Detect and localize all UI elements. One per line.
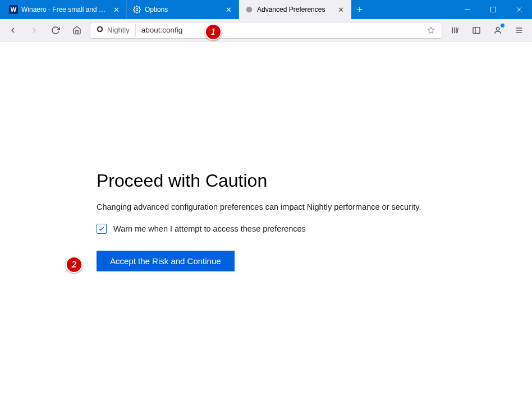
app-menu-button[interactable] (511, 22, 528, 39)
sidebar-button[interactable] (468, 22, 485, 39)
tab-title: Advanced Preferences (257, 6, 333, 13)
title-bar: W Winaero - Free small and usef... ✕ Opt… (0, 0, 532, 19)
url-bar[interactable]: Nightly (90, 22, 442, 39)
forward-button[interactable] (26, 22, 43, 39)
close-window-button[interactable] (506, 0, 532, 19)
tab-advanced-preferences[interactable]: Advanced Preferences ✕ (239, 0, 351, 19)
show-warning-checkbox-row: Warn me when I attempt to access these p… (97, 224, 444, 234)
window-controls (455, 0, 532, 19)
svg-point-15 (496, 27, 499, 30)
tab-winaero[interactable]: W Winaero - Free small and usef... ✕ (3, 0, 127, 19)
new-tab-button[interactable]: + (351, 0, 368, 19)
close-tab-icon[interactable]: ✕ (112, 5, 121, 14)
site-identity[interactable]: Nightly (94, 24, 136, 36)
svg-point-0 (136, 8, 138, 11)
tab-strip: W Winaero - Free small and usef... ✕ Opt… (0, 0, 455, 19)
svg-marker-8 (428, 27, 434, 33)
minimize-button[interactable] (455, 0, 480, 19)
annotation-badge-2: 2 (66, 256, 82, 273)
back-button[interactable] (4, 22, 21, 39)
identity-label: Nightly (107, 26, 130, 34)
bookmark-star-icon[interactable] (424, 26, 438, 34)
close-tab-icon[interactable]: ✕ (336, 5, 345, 14)
firefox-favicon-icon (245, 5, 254, 14)
tab-title: Options (145, 6, 221, 13)
nav-toolbar: Nightly (0, 19, 532, 41)
checkmark-icon (98, 225, 105, 232)
nightly-icon (96, 25, 104, 35)
accept-risk-button[interactable]: Accept the Risk and Continue (97, 251, 235, 271)
tab-options[interactable]: Options ✕ (127, 0, 239, 19)
svg-point-7 (98, 27, 102, 31)
url-input[interactable] (136, 26, 424, 34)
warning-paragraph: Changing advanced configuration preferen… (97, 202, 444, 211)
about-config-warning: Proceed with Caution Changing advanced c… (97, 170, 444, 271)
show-warning-checkbox[interactable] (97, 224, 107, 234)
maximize-button[interactable] (480, 0, 506, 19)
reload-button[interactable] (47, 22, 64, 39)
gear-icon (132, 5, 141, 14)
tab-title: Winaero - Free small and usef... (21, 6, 108, 13)
svg-rect-3 (491, 7, 496, 12)
account-button[interactable] (489, 22, 506, 39)
svg-rect-13 (473, 27, 480, 33)
library-button[interactable] (447, 22, 464, 39)
annotation-badge-1: 1 (205, 24, 222, 40)
notification-dot-icon (501, 24, 505, 27)
home-button[interactable] (68, 22, 85, 39)
svg-line-12 (457, 28, 458, 33)
page-title: Proceed with Caution (97, 170, 444, 191)
page-content: Proceed with Caution Changing advanced c… (0, 41, 532, 406)
winaero-favicon-icon: W (9, 5, 18, 14)
svg-point-1 (246, 7, 253, 13)
close-tab-icon[interactable]: ✕ (224, 5, 233, 14)
checkbox-label: Warn me when I attempt to access these p… (113, 224, 306, 233)
